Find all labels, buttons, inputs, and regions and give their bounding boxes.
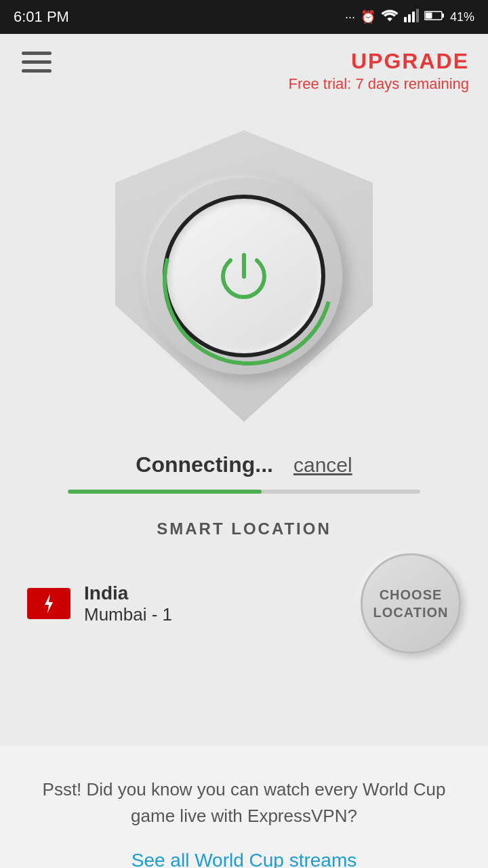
location-row: India Mumbai - 1 CHOOSE LOCATION: [27, 553, 461, 654]
choose-label-2: LOCATION: [373, 604, 449, 621]
app-container: UPGRADE Free trial: 7 days remaining: [0, 34, 488, 746]
banner-text: Psst! Did you know you can watch every W…: [41, 776, 447, 829]
trial-label: Free trial: 7 days remaining: [288, 75, 469, 93]
connecting-status: Connecting...: [136, 452, 273, 477]
power-button[interactable]: [163, 195, 325, 357]
smart-location-label: SMART LOCATION: [157, 519, 331, 538]
connecting-section: Connecting... cancel: [0, 446, 488, 494]
server-name: Mumbai - 1: [84, 604, 172, 625]
alarm-icon: ⏰: [361, 9, 375, 24]
status-time: 6:01 PM: [14, 8, 69, 26]
status-icons: ··· ⏰ 41%: [345, 9, 474, 26]
wifi-icon: [381, 9, 399, 26]
power-outer-ring[interactable]: [146, 178, 342, 374]
world-cup-link[interactable]: See all World Cup streams: [131, 850, 357, 868]
upgrade-section[interactable]: UPGRADE Free trial: 7 days remaining: [288, 49, 469, 93]
app-header: UPGRADE Free trial: 7 days remaining: [0, 34, 488, 100]
svg-rect-2: [412, 12, 415, 22]
shield-background: [102, 120, 386, 432]
upgrade-label[interactable]: UPGRADE: [288, 49, 469, 74]
choose-location-button[interactable]: CHOOSE LOCATION: [361, 553, 461, 654]
status-bar: 6:01 PM ··· ⏰ 41%: [0, 0, 488, 34]
svg-rect-0: [404, 17, 407, 22]
connecting-row: Connecting... cancel: [0, 452, 488, 477]
bottom-banner: Psst! Did you know you can watch every W…: [0, 746, 488, 868]
battery-percent: 41%: [450, 10, 474, 24]
power-section: [0, 100, 488, 446]
battery-icon: [424, 10, 445, 24]
location-info: India Mumbai - 1: [27, 583, 172, 625]
svg-rect-3: [416, 9, 419, 22]
svg-rect-6: [442, 14, 444, 18]
country-name: India: [84, 583, 172, 604]
location-section: SMART LOCATION India Mumbai - 1 CHOOSE L…: [0, 494, 488, 681]
location-name: India Mumbai - 1: [84, 583, 172, 625]
menu-button[interactable]: [19, 49, 54, 75]
svg-marker-8: [45, 594, 53, 613]
ellipsis-icon: ···: [345, 10, 355, 24]
signal-icon: [404, 9, 419, 26]
svg-rect-1: [408, 14, 411, 22]
svg-rect-5: [425, 12, 432, 18]
choose-label-1: CHOOSE: [380, 586, 443, 604]
power-icon: [214, 245, 274, 307]
india-flag-icon: [27, 588, 70, 619]
cancel-button[interactable]: cancel: [293, 454, 352, 477]
